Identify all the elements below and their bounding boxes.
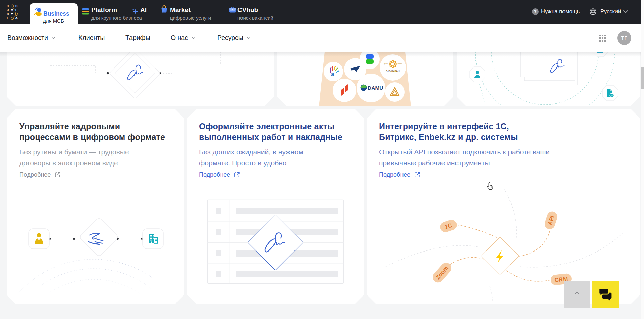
svg-text:U: U — [7, 8, 9, 12]
svg-text:DAMU: DAMU — [368, 85, 383, 91]
svg-text:N: N — [7, 13, 9, 16]
svg-text:C: C — [15, 4, 17, 8]
svg-text:M: M — [11, 8, 13, 12]
svg-text:D: D — [7, 4, 9, 8]
svg-text:a: a — [331, 71, 334, 77]
svg-text:G: G — [15, 17, 18, 20]
svg-text:АТАМЕКЕН: АТАМЕКЕН — [386, 69, 399, 72]
svg-text:ҚР ҰКП: ҚР ҰКП — [384, 63, 388, 65]
svg-text:E: E — [15, 8, 17, 12]
svg-text:T: T — [11, 13, 13, 16]
svg-text:НПП РК: НПП РК — [398, 63, 402, 65]
svg-text:L: L — [7, 17, 9, 20]
